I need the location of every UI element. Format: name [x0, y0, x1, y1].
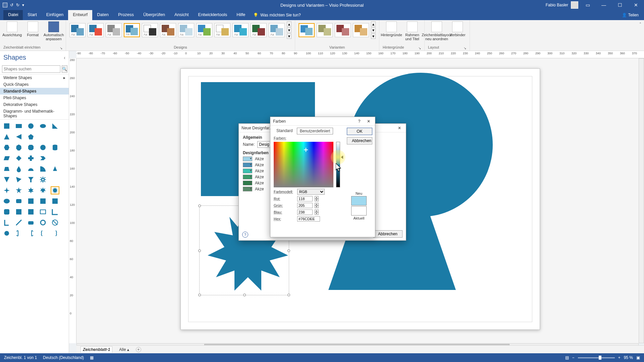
- shape-t2[interactable]: [15, 219, 23, 226]
- format-button[interactable]: Format: [24, 21, 42, 37]
- luminance-slider[interactable]: [336, 142, 340, 187]
- shape-r1[interactable]: [3, 197, 11, 205]
- shape-ltriangle[interactable]: [15, 133, 23, 140]
- shape-gear-icon[interactable]: [39, 176, 47, 183]
- design-abbrechen-button[interactable]: Abbrechen: [373, 230, 402, 238]
- shape-trapezoid[interactable]: [3, 165, 11, 173]
- cat-weitere[interactable]: Weitere Shapes▸: [0, 74, 69, 81]
- shape-u5[interactable]: [51, 230, 59, 237]
- gallery-down-icon[interactable]: ▾: [287, 27, 291, 33]
- shape-vtri[interactable]: [3, 176, 11, 183]
- add-sheet-button[interactable]: +: [136, 347, 141, 352]
- shape-starburst[interactable]: [51, 187, 59, 194]
- status-lang[interactable]: Deutsch (Deutschland): [43, 355, 84, 360]
- shape-chevron[interactable]: [39, 155, 47, 162]
- tell-me[interactable]: 💡 Was möchten Sie tun?: [250, 10, 304, 20]
- hex-input[interactable]: [297, 216, 320, 222]
- accent3-swatch[interactable]: [243, 169, 252, 173]
- red-input[interactable]: [297, 196, 313, 201]
- gallery-up-icon[interactable]: ▴: [287, 21, 291, 27]
- tab-start[interactable]: Start: [23, 10, 41, 20]
- shape-s5[interactable]: [51, 208, 59, 216]
- tab-ueberpruefen[interactable]: Überprüfen: [139, 10, 170, 20]
- macro-icon[interactable]: ▦: [90, 355, 94, 360]
- zoom-level[interactable]: 95 %: [624, 355, 633, 360]
- shape-pentagon[interactable]: [27, 133, 35, 140]
- lum-pointer-icon[interactable]: [341, 156, 343, 159]
- auto-anpassen-button[interactable]: Automatisch anpassen: [45, 21, 62, 41]
- colors-close-icon[interactable]: ✕: [365, 119, 372, 124]
- zoom-slider[interactable]: [578, 357, 615, 358]
- shape-diamond[interactable]: [15, 155, 23, 162]
- sheet-tab-1[interactable]: Zeichenblatt-1: [80, 346, 112, 353]
- designs-gallery[interactable]: Aa Aa Aa Aa Aa Aa Aa Aa Aa Aa Aa Aa ▴ ▾ …: [69, 21, 291, 39]
- tab-entwicklertools[interactable]: Entwicklertools: [194, 10, 232, 20]
- color-abbrechen-button[interactable]: Abbrechen: [347, 137, 372, 144]
- green-up-icon[interactable]: ▴: [315, 203, 319, 205]
- gallery-more-icon[interactable]: ▾: [287, 34, 291, 39]
- blue-down-icon[interactable]: ▾: [315, 212, 319, 215]
- tab-hilfe[interactable]: Hilfe: [232, 10, 250, 20]
- color-tab-standard[interactable]: Standard: [274, 128, 296, 134]
- zoom-in-icon[interactable]: +: [618, 355, 621, 360]
- shape-s4[interactable]: [39, 208, 47, 216]
- shape-cylinder[interactable]: [51, 144, 59, 151]
- tab-entwurf[interactable]: Entwurf: [68, 10, 92, 20]
- save-icon[interactable]: [3, 3, 7, 7]
- blue-up-icon[interactable]: ▴: [315, 209, 319, 212]
- shape-quarter[interactable]: [39, 165, 47, 173]
- verbinder-button[interactable]: Verbinder: [449, 21, 466, 37]
- shape-u3[interactable]: [27, 230, 35, 237]
- var-down-icon[interactable]: ▾: [371, 27, 376, 33]
- minimize-icon[interactable]: —: [597, 0, 610, 10]
- shape-s1[interactable]: [3, 208, 11, 216]
- shape-u1[interactable]: [3, 230, 11, 237]
- shape-star7[interactable]: [39, 187, 47, 194]
- zoom-out-icon[interactable]: −: [572, 355, 575, 360]
- shape-hexagon[interactable]: [3, 144, 11, 151]
- shape-rectangle[interactable]: [15, 122, 23, 130]
- shape-square[interactable]: [3, 122, 11, 130]
- design-close-icon[interactable]: ✕: [396, 126, 403, 130]
- shape-parallelogram[interactable]: [3, 155, 11, 162]
- colors-help-icon[interactable]: ?: [356, 119, 363, 124]
- maximize-icon[interactable]: ☐: [613, 0, 627, 10]
- layout-button[interactable]: Zeichenblattlayout neu anordnen: [428, 21, 445, 41]
- shape-s3[interactable]: [27, 208, 35, 216]
- avatar[interactable]: [571, 1, 578, 9]
- color-crosshair-icon[interactable]: [304, 148, 308, 152]
- color-model-select[interactable]: RGB: [297, 189, 325, 195]
- tab-ansicht[interactable]: Ansicht: [170, 10, 194, 20]
- shape-rtriangle[interactable]: [51, 122, 59, 130]
- undo-icon[interactable]: ↺: [10, 3, 13, 7]
- varianten-gallery[interactable]: ▴ ▾ ▾: [299, 21, 376, 39]
- shape-drop[interactable]: [15, 165, 23, 173]
- shape-star5[interactable]: [15, 187, 23, 194]
- red-up-icon[interactable]: ▴: [315, 196, 319, 199]
- shape-r3[interactable]: [27, 197, 35, 205]
- shape-star4[interactable]: [3, 187, 11, 194]
- layout-dialog-launcher-icon[interactable]: ↘: [464, 46, 466, 50]
- shape-t3[interactable]: [27, 219, 35, 226]
- shape-r2[interactable]: [15, 197, 23, 205]
- tab-daten[interactable]: Daten: [92, 10, 113, 20]
- tab-einfuegen[interactable]: Einfügen: [42, 10, 68, 20]
- sheet-tab-all[interactable]: Alle ▴: [117, 347, 131, 353]
- shape-halfcircle[interactable]: [27, 165, 35, 173]
- shapes-collapse-icon[interactable]: ‹: [64, 55, 65, 60]
- var-up-icon[interactable]: ▴: [371, 21, 376, 27]
- shape-t1[interactable]: [3, 219, 11, 226]
- color-ok-button[interactable]: OK: [347, 128, 372, 135]
- shape-t4[interactable]: [39, 219, 47, 226]
- shape-u2[interactable]: [15, 230, 23, 237]
- user-name[interactable]: Fabio Basler: [546, 3, 568, 7]
- shape-plus[interactable]: [27, 155, 35, 162]
- shape-star6[interactable]: [27, 187, 35, 194]
- shape-cone[interactable]: [51, 165, 59, 173]
- shape-r4[interactable]: [39, 197, 47, 205]
- var-more-icon[interactable]: ▾: [371, 34, 376, 39]
- hintergruende-button[interactable]: Hintergründe: [383, 21, 400, 37]
- rahmen-button[interactable]: Rahmen und Titel: [404, 21, 421, 41]
- shape-wing[interactable]: [15, 176, 23, 183]
- shape-r5[interactable]: [51, 197, 59, 205]
